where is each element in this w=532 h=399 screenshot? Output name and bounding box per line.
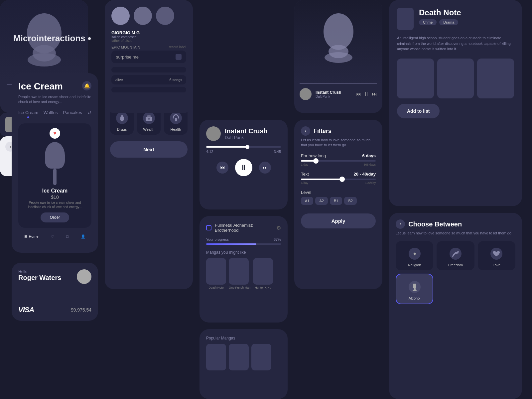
popular-thumb-3[interactable] [251,344,271,370]
apply-button[interactable]: Apply [301,213,376,228]
product-description: People owe to ice cream sheer and indefi… [24,200,86,209]
cb2-love-label: Love [492,263,500,267]
order-button[interactable]: Order [41,212,69,222]
death-note-title: Death Note [419,8,461,17]
music-item-1[interactable] [111,67,186,72]
svg-point-26 [28,53,61,66]
rewind-button[interactable]: ⏮ [216,162,228,174]
hello-label: Hello [18,269,61,274]
play-button[interactable]: ⏸ [235,159,252,176]
manga-title: Fullmetal Alchemist: Brotherhood [215,223,273,233]
duration-slider[interactable] [301,160,376,162]
filter-duration: For how long 6 days 1 day 365 days [301,153,376,166]
choose-between-2-card: ‹ Choose Between Let us learn how to lov… [389,213,522,399]
duration-thumb[interactable] [313,158,319,164]
level-buttons: A1 A2 B1 B2 [301,197,376,205]
alive-label: alive [115,78,123,82]
popular-thumb-2[interactable] [229,344,249,370]
cb2-alcohol[interactable]: Alcohol [396,274,433,304]
playback-progress[interactable] [206,146,281,148]
mini-player-info: Instant Crush Daft Punk [316,90,352,98]
forward-button[interactable]: ⏭ [259,162,271,174]
square-nav-icon[interactable]: □ [66,234,68,238]
manga-thumb-1[interactable]: Death Note [206,258,226,289]
tab-waffles[interactable]: Waffles [44,110,58,118]
surprise-toggle[interactable] [176,54,182,60]
cb2-freedom[interactable]: Freedom [437,241,474,270]
music-item-2[interactable] [111,87,186,92]
ice-cream-app-card: Ice Cream People owe to ice cream sheer … [12,73,98,253]
roger-header: Hello Roger Waters [18,269,91,284]
cb2-back-button[interactable]: ‹ [396,219,405,229]
manga-thumb-2[interactable]: One Punch Man [229,258,250,289]
level-a1[interactable]: A1 [301,197,313,205]
settings-icon[interactable]: ⚙ [276,225,281,231]
visa-logo: VISA [18,306,34,314]
manga-progress-bar [206,243,281,245]
prev-icon[interactable]: ⏮ [356,91,361,97]
svg-point-27 [324,13,353,50]
song-title: Instant Crush [225,127,268,135]
text-thumb[interactable] [339,177,345,182]
tabs-nav: Ice Cream Waffles Pancakes ⇄ [18,110,91,118]
manga-thumb-3[interactable]: Hunter X Hu [253,258,273,289]
song-count: 6 songs [169,78,182,82]
next-icon[interactable]: ⏭ [372,91,377,97]
drugs-label: Drugs [117,127,127,131]
cb2-header: ‹ Choose Between [396,219,515,229]
manga-title-row: Fullmetal Alchemist: Brotherhood ⚙ [206,223,281,233]
mini-controls: ⏮ ⏸ ⏭ [356,91,377,97]
album-art-2 [134,7,152,25]
pause-icon[interactable]: ⏸ [364,91,369,97]
cb2-religion-label: Religion [408,263,421,267]
music-head-svg [317,8,360,75]
song-artist: Daft Punk [225,135,268,140]
heart-button[interactable]: ♥ [50,128,60,139]
level-b2[interactable]: B2 [344,197,356,205]
level-label: Level [301,190,311,195]
nav-home[interactable]: ⊞ Home [24,234,38,239]
text-fill [301,179,342,180]
music-list-card: GIORGIO M G Italian composer father of d… [105,0,193,113]
album-art-1 [111,7,130,25]
svg-point-21 [148,118,150,120]
filter-back-button[interactable]: ‹ [301,126,310,136]
cb2-title: Choose Between [408,220,462,228]
level-a2[interactable]: A2 [315,197,328,205]
add-to-list-button[interactable]: Add to list [397,104,440,118]
cb2-love-icon [489,246,504,261]
next-button[interactable]: Next [110,141,188,158]
cb2-subtitle: Let us learn how to love someone so much… [396,231,515,236]
bell-icon[interactable]: 🔔 [82,81,91,90]
filters-card: ‹ Filters Let us learn how to love someo… [294,120,382,289]
gallery-item-1 [397,59,434,98]
cb2-religion[interactable]: ✦ Religion [396,241,433,270]
filter-title: Filters [314,128,332,135]
filter-text: Text 20 - 40/day 1/day 100/day [301,172,376,185]
cb2-freedom-label: Freedom [448,263,463,267]
manga-checkbox[interactable] [206,225,211,230]
player-info: Instant Crush Daft Punk [225,127,268,140]
text-slider[interactable] [301,179,376,180]
page-title: Microinteractions [13,33,91,44]
filter-subtitle: Let us learn how to love someone so much… [301,138,376,148]
album-label: Italian composer [111,35,186,39]
cb2-freedom-icon [448,246,463,261]
filter-header: ‹ Filters [301,126,376,136]
account-balance: $9,975.54 [71,307,91,313]
roger-info: Hello Roger Waters [18,269,61,282]
tab-ice-cream[interactable]: Ice Cream [18,110,38,118]
surprise-input[interactable]: surprise me [111,51,186,63]
popular-thumb-1[interactable] [206,344,226,370]
user-nav-icon[interactable]: 👤 [81,234,85,239]
cb2-love[interactable]: Love [478,241,515,270]
shuffle-icon[interactable]: ⇄ [88,110,91,118]
tab-pancakes[interactable]: Pancakes [63,110,82,118]
heart-nav-icon[interactable]: ♡ [51,234,54,239]
album2-name: EPIC MOUNTAIN [111,45,140,49]
progress-label-row: Your progress 67% [206,237,281,241]
player-avatar [206,126,221,141]
controls-row: ⏮ ⏸ ⏭ [206,159,281,176]
svg-rect-20 [147,115,151,117]
level-b1[interactable]: B1 [330,197,342,205]
